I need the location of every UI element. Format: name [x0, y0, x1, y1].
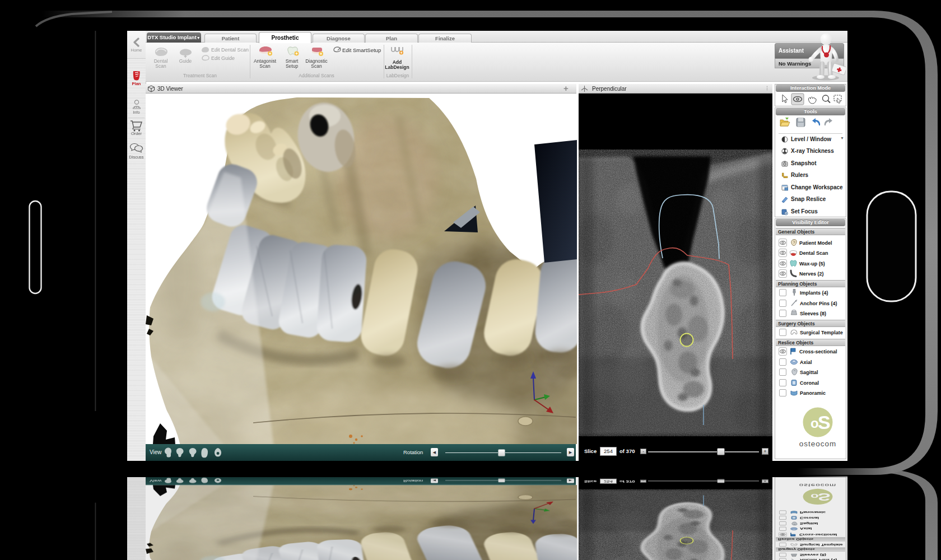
- svg-text:S: S: [818, 412, 831, 433]
- svg-text:osteocom: osteocom: [799, 440, 836, 448]
